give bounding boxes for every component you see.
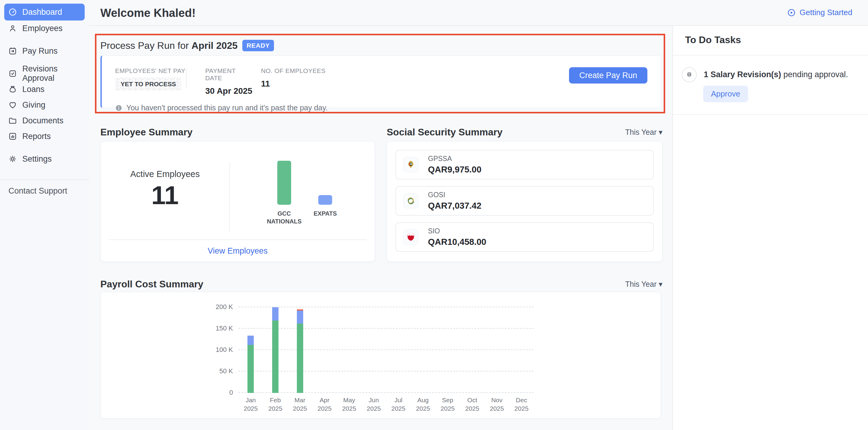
sidebar-item-dashboard[interactable]: Dashboard (4, 4, 85, 21)
approve-button[interactable]: Approve (703, 86, 748, 102)
y-axis-tick-label: 0 (206, 389, 233, 397)
view-employees-link[interactable]: View Employees (101, 246, 375, 256)
chevron-down-icon: ▾ (658, 128, 662, 136)
x-axis-tick-label: Oct2025 (460, 396, 485, 413)
social-security-card: GPSSA QAR9,975.00 GOSI QAR7,037.42 SIO (387, 141, 662, 262)
gosi-logo-icon (403, 193, 418, 208)
bar (318, 195, 332, 205)
sidebar-item-giving[interactable]: Giving (4, 97, 85, 113)
coins-stack-icon (682, 67, 697, 82)
field-label: PAYMENT DATE (205, 67, 253, 82)
bar-label: GCC NATIONALS (266, 209, 303, 225)
bar-chart-icon (8, 132, 17, 141)
dashboard-gauge-icon (8, 7, 17, 17)
field-label: EMPLOYEES' NET PAY (115, 67, 186, 75)
contact-support-link[interactable]: Contact Support (0, 184, 89, 198)
sidebar-item-label: Documents (22, 116, 64, 125)
info-text: You haven't processed this pay run and i… (126, 104, 328, 112)
mini-bar-expats: EXPATS (307, 157, 344, 225)
info-icon (115, 104, 122, 112)
x-axis-tick-label: May2025 (337, 396, 362, 413)
x-axis-tick-label: Jun2025 (361, 396, 386, 413)
mini-bar-gcc-nationals: GCC NATIONALS (266, 157, 303, 225)
getting-started-link[interactable]: Getting Started (787, 8, 852, 17)
active-employees-label: Active Employees (130, 169, 200, 179)
divider (673, 55, 868, 56)
folder-icon (8, 116, 17, 125)
sidebar-item-label: Dashboard (22, 7, 62, 17)
payrun-info-message: You haven't processed this pay run and i… (115, 104, 647, 112)
check-square-icon (8, 69, 17, 78)
sidebar-divider (0, 179, 89, 180)
bar-slot-nov-2025 (485, 307, 509, 393)
sidebar-item-employees[interactable]: Employees (4, 21, 85, 36)
payroll-cost-filter-dropdown[interactable]: This Year ▾ (625, 280, 662, 289)
heart-icon (8, 101, 17, 110)
payroll-chart-x-axis: Jan2025Feb2025Mar2025Apr2025May2025Jun20… (239, 396, 534, 413)
segment-blue (297, 311, 303, 323)
payroll-cost-title: Payroll Cost Summary (100, 279, 203, 290)
active-employees-count: 11 (151, 181, 179, 209)
social-row-gpssa[interactable]: GPSSA QAR9,975.00 (396, 150, 654, 179)
y-axis-tick-label: 50 K (206, 367, 233, 375)
segment-green (297, 323, 303, 393)
sio-emblem-icon (403, 229, 418, 245)
x-axis-tick-label: Jan2025 (239, 396, 263, 413)
person-icon (8, 24, 17, 33)
segment-green (272, 320, 278, 393)
field-label: NO. OF EMPLOYEES (261, 67, 326, 75)
vertical-divider (229, 163, 230, 232)
create-pay-run-button[interactable]: Create Pay Run (569, 67, 647, 84)
payroll-chart-plot: 050 K100 K150 K200 K Jan2025Feb2025Mar20… (239, 307, 534, 393)
x-axis-tick-label: Nov2025 (485, 396, 509, 413)
page-title: Welcome Khaled! (100, 7, 195, 20)
field-payment-date: PAYMENT DATE 30 Apr 2025 (205, 67, 253, 96)
x-axis-tick-label: Apr2025 (312, 396, 337, 413)
payrun-section-title: Process Pay Run for April 2025 READY (100, 40, 274, 51)
y-axis-tick-label: 100 K (206, 346, 233, 354)
header: Welcome Khaled! Getting Started (89, 0, 868, 26)
employee-summary-title: Employee Summary (100, 127, 193, 138)
sidebar-item-label: Pay Runs (22, 47, 58, 56)
money-bag-icon (8, 85, 17, 94)
sidebar-item-pay-runs[interactable]: Pay Runs (4, 43, 85, 59)
horizontal-divider (108, 239, 367, 240)
todo-title: To Do Tasks (685, 34, 741, 46)
x-axis-tick-label: Dec2025 (509, 396, 534, 413)
payrun-fields: EMPLOYEES' NET PAY YET TO PROCESS PAYMEN… (115, 67, 647, 96)
y-axis-tick-label: 200 K (206, 303, 233, 311)
sidebar-item-documents[interactable]: Documents (4, 113, 85, 128)
play-circle-icon (787, 8, 796, 17)
todo-task-bold: 1 Salary Revision(s) (704, 70, 781, 79)
x-axis-tick-label: Aug2025 (411, 396, 435, 413)
payroll-dashboard: Dashboard Employees Pay Runs Revisions A… (0, 0, 868, 430)
social-security-filter-dropdown[interactable]: This Year ▾ (625, 128, 662, 137)
sidebar-item-revisions-approval[interactable]: Revisions Approval (4, 66, 85, 81)
social-security-title: Social Security Summary (387, 127, 502, 138)
payroll-cost-card: 050 K100 K150 K200 K Jan2025Feb2025Mar20… (100, 292, 661, 419)
employee-summary-card: Active Employees 11 GCC NATIONALSEXPATS … (100, 141, 375, 262)
bar (277, 161, 291, 205)
sidebar-item-label: Loans (22, 85, 44, 94)
main-content: Process Pay Run for April 2025 READY EMP… (89, 26, 673, 430)
sidebar-item-loans[interactable]: Loans (4, 81, 85, 97)
payrun-period: April 2025 (191, 40, 238, 51)
sidebar-item-label: Employees (22, 24, 63, 33)
employee-count-value: 11 (261, 79, 326, 89)
filter-label: This Year (625, 128, 656, 136)
social-row-sio[interactable]: SIO QAR10,458.00 (396, 222, 654, 252)
gpssa-emblem-icon (403, 157, 418, 172)
provider-amount: QAR9,975.00 (428, 165, 481, 175)
sidebar-item-label: Revisions Approval (22, 64, 81, 83)
field-net-pay: EMPLOYEES' NET PAY YET TO PROCESS (115, 67, 186, 91)
bar-slot-feb-2025 (263, 307, 288, 393)
x-axis-tick-label: Jul2025 (386, 396, 411, 413)
sidebar-item-reports[interactable]: Reports (4, 128, 85, 144)
bar-slot-apr-2025 (312, 307, 337, 393)
active-employees-block: Active Employees 11 (101, 141, 229, 241)
segment-blue (247, 336, 254, 345)
provider-amount: QAR10,458.00 (428, 237, 486, 247)
sidebar-item-settings[interactable]: Settings (4, 151, 85, 167)
bar-slot-jul-2025 (386, 307, 411, 393)
social-row-gosi[interactable]: GOSI QAR7,037.42 (396, 186, 654, 216)
